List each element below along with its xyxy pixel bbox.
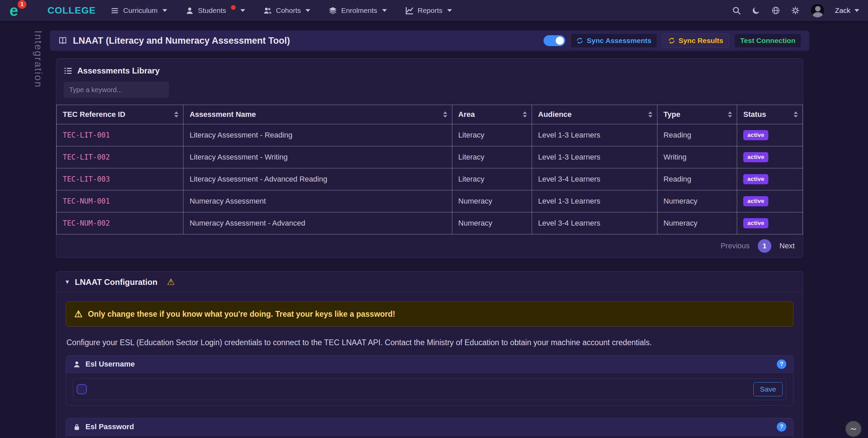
sort-icon — [794, 111, 798, 118]
gear-icon[interactable] — [791, 6, 800, 15]
sort-icon — [648, 111, 652, 118]
status-badge: active — [743, 218, 768, 228]
configuration-collapse-header[interactable]: ▼ LNAAT Configuration ⚠ — [56, 272, 803, 293]
esl-username-group: Esl Username ? Save — [66, 355, 793, 406]
table-row: TEC-LIT-001 Literacy Assessment - Readin… — [57, 124, 803, 146]
column-header-assessment-name[interactable]: Assessment Name — [183, 105, 452, 124]
chevron-down-icon — [162, 9, 167, 12]
chevron-down-icon — [240, 9, 245, 12]
nav-item-students[interactable]: Students — [185, 6, 245, 15]
nav-item-enrolments[interactable]: Enrolments — [329, 6, 387, 15]
configuration-title: LNAAT Configuration — [75, 277, 158, 287]
pagination-page-1[interactable]: 1 — [758, 239, 771, 253]
table-row: TEC-NUM-002 Numeracy Assessment - Advanc… — [57, 212, 803, 234]
sync-results-label: Sync Results — [678, 37, 723, 45]
sync-assessments-button[interactable]: Sync Assessments — [571, 34, 657, 48]
sync-results-button[interactable]: Sync Results — [663, 34, 729, 48]
column-header-status[interactable]: Status — [737, 105, 803, 124]
brand-title[interactable]: COLLEGE — [47, 5, 96, 16]
test-connection-button[interactable]: Test Connection — [734, 34, 801, 48]
top-navbar: e 1 COLLEGE Curriculum Students Cohorts … — [0, 0, 868, 21]
help-icon[interactable]: ? — [777, 359, 786, 369]
assessment-type: Numeracy — [657, 190, 737, 212]
chevron-down-icon — [382, 9, 387, 12]
assessment-type: Numeracy — [657, 212, 737, 234]
list-icon — [111, 6, 119, 15]
esl-password-label: Esl Password — [85, 422, 134, 431]
sort-icon — [523, 111, 527, 118]
configuration-body: ⚠ Only change these if you know what you… — [56, 293, 803, 438]
esl-username-checkbox[interactable] — [77, 384, 87, 394]
assessment-name: Literacy Assessment - Writing — [183, 146, 452, 168]
main-content: LNAAT (Literacy and Numeracy Assessment … — [50, 30, 809, 438]
search-icon[interactable] — [732, 6, 741, 15]
primary-nav: Curriculum Students Cohorts Enrolments R… — [111, 6, 452, 15]
integration-header: LNAAT (Literacy and Numeracy Assessment … — [50, 30, 809, 51]
page-title-text: LNAAT (Literacy and Numeracy Assessment … — [73, 36, 290, 46]
assessment-area: Literacy — [452, 168, 532, 190]
assessment-status-cell: active — [737, 190, 803, 212]
table-row: TEC-LIT-002 Literacy Assessment - Writin… — [57, 146, 803, 168]
layers-icon — [329, 6, 337, 15]
user-avatar[interactable] — [810, 3, 825, 18]
nav-label: Reports — [418, 6, 443, 15]
column-header-area[interactable]: Area — [452, 105, 532, 124]
page-title: LNAAT (Literacy and Numeracy Assessment … — [58, 36, 290, 46]
assessment-name: Numeracy Assessment - Advanced — [183, 212, 452, 234]
pagination-previous[interactable]: Previous — [721, 242, 750, 250]
person-icon — [73, 360, 81, 368]
esl-username-header: Esl Username ? — [66, 356, 793, 373]
assessment-area: Numeracy — [452, 190, 532, 212]
esl-username-input[interactable] — [92, 382, 748, 396]
chart-icon — [405, 6, 414, 15]
tec-reference-id: TEC-NUM-002 — [57, 212, 183, 234]
help-icon[interactable]: ? — [777, 422, 786, 432]
book-icon — [58, 36, 67, 45]
assessment-area: Literacy — [452, 146, 532, 168]
nav-label: Curriculum — [123, 6, 158, 15]
assessment-area: Literacy — [452, 124, 532, 146]
sort-icon — [728, 111, 732, 118]
dark-mode-moon-icon[interactable] — [751, 6, 761, 15]
assessment-type: Writing — [657, 146, 737, 168]
logo-glyph: e — [9, 3, 18, 18]
pagination-next[interactable]: Next — [780, 242, 795, 250]
nav-label: Students — [198, 6, 226, 15]
nav-item-curriculum[interactable]: Curriculum — [111, 6, 167, 15]
assessments-library-title: Assessments Library — [77, 66, 160, 76]
esl-password-header: Esl Password ? — [66, 418, 793, 436]
list-check-icon — [64, 66, 73, 75]
user-menu[interactable]: Zack — [835, 6, 859, 15]
column-header-tec-reference-id[interactable]: TEC Reference ID — [57, 105, 183, 124]
configuration-description: Configure your ESL (Education Sector Log… — [66, 338, 793, 347]
chevron-down-icon — [854, 9, 859, 12]
column-header-audience[interactable]: Audience — [532, 105, 657, 124]
floating-widget-button[interactable] — [845, 421, 862, 437]
integration-enabled-toggle[interactable] — [544, 35, 565, 46]
nav-label: Enrolments — [341, 6, 377, 15]
sync-assessments-label: Sync Assessments — [587, 37, 651, 45]
status-badge: active — [743, 152, 768, 162]
sort-icon — [443, 111, 447, 118]
nav-label: Cohorts — [276, 6, 301, 15]
notification-badge: 1 — [18, 0, 26, 9]
people-icon — [263, 6, 272, 15]
assessment-area: Numeracy — [452, 212, 532, 234]
globe-icon[interactable] — [771, 6, 781, 15]
tec-reference-id: TEC-NUM-001 — [57, 190, 183, 212]
warning-icon: ⚠ — [167, 277, 175, 287]
sync-icon — [576, 37, 583, 44]
keyword-search-input[interactable] — [64, 82, 169, 98]
column-header-type[interactable]: Type — [657, 105, 737, 124]
lock-icon — [73, 423, 81, 431]
sort-icon — [174, 111, 178, 118]
app-logo[interactable]: e 1 — [9, 0, 27, 21]
assessment-audience: Level 1-3 Learners — [532, 146, 657, 168]
status-badge: active — [743, 174, 768, 184]
tec-reference-id: TEC-LIT-001 — [57, 124, 183, 146]
nav-item-cohorts[interactable]: Cohorts — [263, 6, 311, 15]
chevron-down-icon — [305, 9, 310, 12]
nav-item-reports[interactable]: Reports — [405, 6, 452, 15]
esl-username-save-button[interactable]: Save — [753, 382, 783, 396]
esl-username-label: Esl Username — [85, 360, 135, 369]
